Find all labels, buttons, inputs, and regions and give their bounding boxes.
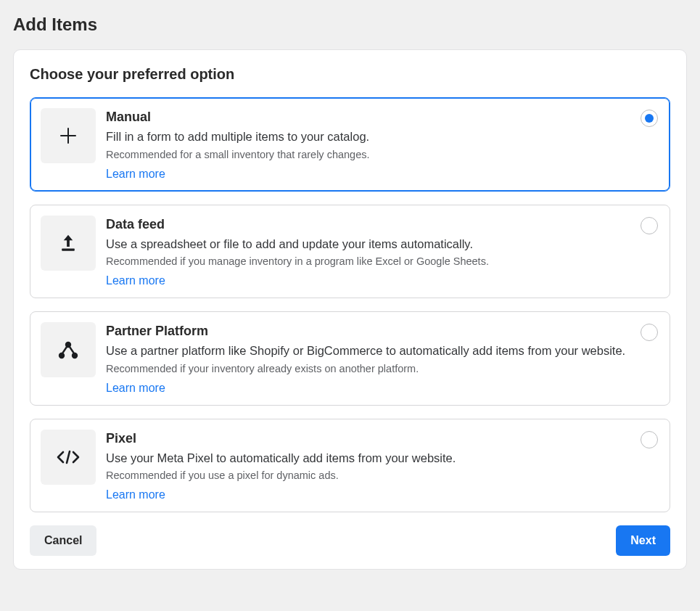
footer: Cancel Next	[30, 525, 670, 556]
code-icon	[41, 430, 96, 485]
options-card: Choose your preferred option Manual Fill…	[13, 49, 687, 570]
option-partner[interactable]: Partner Platform Use a partner platform …	[30, 311, 670, 406]
option-description: Use your Meta Pixel to automatically add…	[106, 449, 630, 467]
learn-more-link[interactable]: Learn more	[106, 168, 165, 180]
radio-pixel[interactable]	[641, 431, 658, 448]
option-recommendation: Recommended if you use a pixel for dynam…	[106, 468, 630, 484]
option-description: Use a partner platform like Shopify or B…	[106, 342, 630, 360]
option-pixel[interactable]: Pixel Use your Meta Pixel to automatical…	[30, 419, 670, 513]
learn-more-link[interactable]: Learn more	[106, 488, 165, 501]
option-manual[interactable]: Manual Fill in a form to add multiple it…	[30, 97, 670, 192]
option-recommendation: Recommended if your inventory already ex…	[106, 361, 630, 377]
option-recommendation: Recommended for a small inventory that r…	[106, 147, 630, 163]
card-heading: Choose your preferred option	[30, 66, 670, 83]
option-description: Fill in a form to add multiple items to …	[106, 128, 630, 146]
plus-icon	[41, 108, 96, 163]
learn-more-link[interactable]: Learn more	[106, 382, 165, 394]
upload-icon	[41, 216, 96, 271]
svg-rect-2	[62, 248, 75, 250]
next-button[interactable]: Next	[616, 525, 670, 556]
page-title: Add Items	[13, 15, 687, 35]
option-description: Use a spreadsheet or file to add and upd…	[106, 235, 630, 253]
option-datafeed[interactable]: Data feed Use a spreadsheet or file to a…	[30, 205, 670, 299]
radio-partner[interactable]	[641, 324, 658, 341]
network-icon	[41, 322, 96, 377]
option-title: Pixel	[106, 431, 630, 446]
option-title: Manual	[106, 110, 630, 125]
radio-manual[interactable]	[641, 110, 658, 127]
learn-more-link[interactable]: Learn more	[106, 274, 165, 287]
option-title: Partner Platform	[106, 324, 630, 339]
cancel-button[interactable]: Cancel	[30, 525, 96, 556]
option-recommendation: Recommended if you manage inventory in a…	[106, 254, 630, 270]
option-title: Data feed	[106, 217, 630, 232]
radio-datafeed[interactable]	[641, 217, 658, 234]
svg-line-6	[67, 451, 70, 463]
